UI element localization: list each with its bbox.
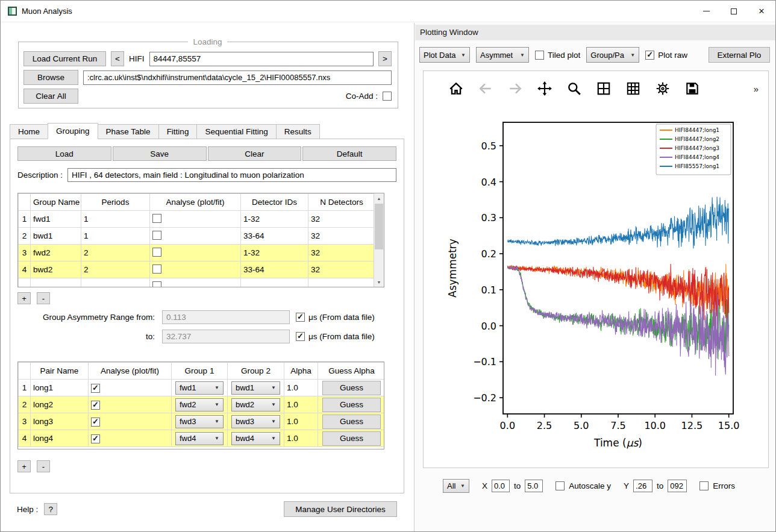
analyse-checkbox[interactable] <box>152 281 161 288</box>
add-pair-button[interactable]: + <box>17 460 31 472</box>
grouping-tab-panel: Load Save Clear Default Description : Gr… <box>10 139 404 493</box>
add-group-button[interactable]: + <box>17 292 31 304</box>
tab-phase-table[interactable]: Phase Table <box>98 124 159 139</box>
load-current-run-button[interactable]: Load Current Run <box>23 51 106 66</box>
pair-analyse-checkbox[interactable] <box>91 434 100 443</box>
svg-text:10.0: 10.0 <box>644 420 666 431</box>
plotting-window: Plotting Window Plot Data▼ Asymmet▼ Tile… <box>415 23 776 532</box>
asymmetry-plot-canvas[interactable]: −0.2−0.10.00.10.20.30.40.50.02.55.07.510… <box>424 106 768 464</box>
help-button[interactable]: ? <box>44 503 57 515</box>
tab-home[interactable]: Home <box>10 124 48 139</box>
scrollbar-thumb[interactable] <box>375 204 383 249</box>
range-to-checkbox[interactable] <box>296 332 305 341</box>
group-row: 3 fwd2 2 1-32 32 <box>19 245 375 261</box>
plot-data-dropdown[interactable]: Plot Data▼ <box>419 47 470 63</box>
file-path-input[interactable] <box>83 70 392 85</box>
pair-analyse-checkbox[interactable] <box>91 401 100 410</box>
toolbar-overflow-icon[interactable]: » <box>754 84 759 94</box>
x-to-label: to <box>514 481 521 490</box>
autoscale-y-checkbox[interactable] <box>555 481 565 490</box>
scope-dropdown[interactable]: All▼ <box>443 479 469 493</box>
back-icon[interactable] <box>477 81 493 97</box>
x-min-input[interactable] <box>492 480 510 492</box>
zoom-icon[interactable] <box>566 81 582 97</box>
pair-analyse-checkbox[interactable] <box>91 418 100 427</box>
x-max-input[interactable] <box>525 480 543 492</box>
pair-analyse-checkbox[interactable] <box>91 384 100 393</box>
clear-grouping-button[interactable]: Clear <box>208 146 302 161</box>
load-grouping-button[interactable]: Load <box>17 146 111 161</box>
gear-icon[interactable] <box>654 81 671 97</box>
manage-user-directories-button[interactable]: Manage User Directories <box>284 501 397 517</box>
group-row: 1 fwd1 1 1-32 32 <box>19 211 375 228</box>
chevron-down-icon: ▼ <box>268 385 276 390</box>
x-range-label: X <box>482 481 487 490</box>
loading-groupbox: Loading Load Current Run < HIFI > Browse… <box>18 37 398 108</box>
title-bar: Muon Analysis ✕ <box>1 1 775 22</box>
next-run-button[interactable]: > <box>378 51 392 66</box>
scroll-down-icon[interactable]: ▼ <box>374 277 384 287</box>
minimize-button[interactable] <box>692 1 720 22</box>
range-from-checkbox[interactable] <box>296 313 305 322</box>
home-icon[interactable] <box>448 81 464 97</box>
group2-select[interactable]: bwd4▼ <box>231 432 280 445</box>
loading-group-title: Loading <box>188 37 227 46</box>
svg-text:5.0: 5.0 <box>574 420 589 431</box>
tab-results[interactable]: Results <box>276 124 320 139</box>
app-icon <box>8 7 17 16</box>
browse-button[interactable]: Browse <box>23 70 78 85</box>
remove-group-button[interactable]: - <box>37 292 50 304</box>
svg-text:0.5: 0.5 <box>481 140 496 152</box>
pair-row: 4 long4 fwd4▼ bwd4▼ 1.0 Guess <box>19 430 385 447</box>
group2-select[interactable]: bwd3▼ <box>231 415 280 428</box>
co-add-checkbox[interactable] <box>383 92 392 101</box>
description-input[interactable] <box>67 168 396 182</box>
analyse-checkbox[interactable] <box>152 248 161 257</box>
guess-alpha-button[interactable]: Guess <box>322 398 381 412</box>
forward-icon[interactable] <box>507 81 523 97</box>
guess-alpha-button[interactable]: Guess <box>322 431 381 446</box>
previous-run-button[interactable]: < <box>111 51 124 66</box>
pair-row: 1 long1 fwd1▼ bwd1▼ 1.0 Guess <box>19 380 385 396</box>
y-max-input[interactable] <box>668 480 687 492</box>
guess-alpha-button[interactable]: Guess <box>322 415 381 429</box>
plot-raw-checkbox[interactable] <box>645 51 654 60</box>
pan-icon[interactable] <box>536 81 552 97</box>
external-plot-button[interactable]: External Plo <box>709 47 770 63</box>
plot-type-dropdown[interactable]: Asymmet▼ <box>476 47 529 63</box>
group1-select[interactable]: fwd1▼ <box>175 381 224 395</box>
clear-all-button[interactable]: Clear All <box>23 89 78 104</box>
pair-table: Pair Name Analyse (plot/fit) Group 1 Gro… <box>17 361 384 449</box>
group1-select[interactable]: fwd3▼ <box>175 415 224 428</box>
maximize-button[interactable] <box>720 1 748 22</box>
group2-select[interactable]: bwd2▼ <box>231 398 280 412</box>
errors-checkbox[interactable] <box>699 481 709 490</box>
save-grouping-button[interactable]: Save <box>113 146 207 161</box>
axes-grid-icon[interactable] <box>625 81 641 97</box>
guess-alpha-button[interactable]: Guess <box>322 381 381 395</box>
runs-input[interactable] <box>149 52 374 66</box>
default-grouping-button[interactable]: Default <box>302 146 396 161</box>
tab-grouping[interactable]: Grouping <box>48 123 98 139</box>
tab-fitting[interactable]: Fitting <box>158 124 198 139</box>
subplots-icon[interactable] <box>595 81 612 97</box>
group2-select[interactable]: bwd1▼ <box>231 381 280 395</box>
group-pair-dropdown[interactable]: Group/Pa▼ <box>586 47 639 63</box>
chevron-down-icon: ▼ <box>268 402 276 407</box>
close-button[interactable]: ✕ <box>748 1 775 22</box>
tiled-plot-checkbox[interactable] <box>535 51 544 60</box>
group1-select[interactable]: fwd4▼ <box>175 432 224 445</box>
analyse-checkbox[interactable] <box>152 231 161 240</box>
remove-pair-button[interactable]: - <box>37 460 50 472</box>
y-min-input[interactable] <box>633 480 652 492</box>
scroll-up-icon[interactable]: ▲ <box>374 193 384 203</box>
group-row: 4 bwd2 2 33-64 32 <box>19 261 375 278</box>
group1-select[interactable]: fwd2▼ <box>175 398 224 412</box>
col-analyse: Analyse (plot/fit) <box>150 194 241 211</box>
group-table-scrollbar[interactable]: ▲ ▼ <box>374 193 384 287</box>
save-icon[interactable] <box>684 81 700 97</box>
analyse-checkbox[interactable] <box>152 214 161 223</box>
analyse-checkbox[interactable] <box>152 264 161 274</box>
tab-sequential-fitting[interactable]: Sequential Fitting <box>196 124 276 139</box>
asymmetry-range-to-label: to: <box>17 332 162 341</box>
